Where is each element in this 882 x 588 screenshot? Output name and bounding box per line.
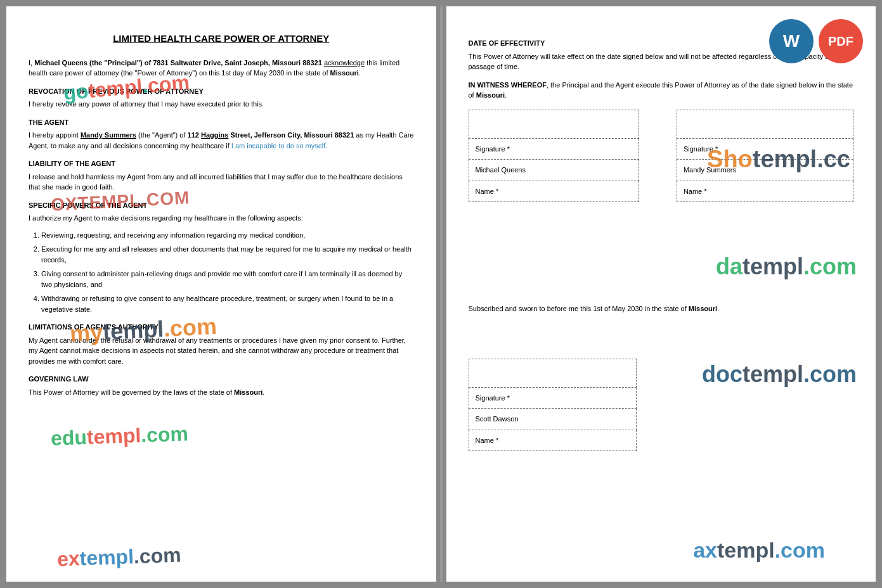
section-liability-text: I release and hold harmless my Agent fro… [29,172,414,193]
name-label-empty-2 [661,430,699,451]
name-label-left-1: Name * [469,181,639,202]
sig-label-left-1: Signature * [469,138,639,160]
page-left: gotempl.com OXTEMPL.COM mytempl.com edut… [6,6,436,582]
sig-spacer2-4 [636,430,661,451]
name-label-right-1: Name * [677,181,853,202]
acknowledge-word: acknowledge [324,59,365,67]
sig-table-2: Signature * Scott Dawson Name * [469,359,700,452]
watermark-axtempl: axtempl.com [693,538,825,563]
name-cell-left-2: Scott Dawson [469,409,636,430]
section-specific-title: SPECIFIC POWERS OF THE AGENT [29,200,414,211]
sig-spacer-4 [639,181,677,202]
section-governing-title: GOVERNING LAW [29,374,414,385]
name-label-row-2: Name * [469,430,699,451]
sig-cell-left-top [469,110,639,138]
sig-label-row-1: Signature * Signature * [469,138,853,160]
specific-powers-list: Reviewing, requesting, and receiving any… [41,230,414,315]
page-right: W PDF Shotempl.cc datempl.com doctempl.c… [446,6,876,582]
sig-cell-left-2 [469,359,636,387]
sig-spacer-2 [639,138,677,160]
page-container: gotempl.com OXTEMPL.COM mytempl.com edut… [0,0,882,588]
section-revocation-title: REVOCATION OF PREVIOUS POWER OF ATTORNEY [29,86,414,97]
page-divider [440,6,443,582]
watermark-extempl: extempl.com [56,544,181,572]
section-revocation-text: I hereby revoke any power of attorney th… [29,99,414,110]
sig-cell-right-top [677,110,853,138]
sig-spacer-1 [639,110,677,138]
governing-state: Missouri [234,388,263,396]
section-limitations-text: My Agent cannot order the refusal or wit… [29,335,414,367]
sig-label-row-2: Signature * [469,387,699,409]
name-row-1: Michael Queens Mandy Summers [469,160,853,181]
sig-spacer2-2 [636,387,661,409]
doc-title: LIMITED HEALTH CARE POWER OF ATTORNEY [29,32,414,46]
right-body: DATE OF EFFECTIVITY This Power of Attorn… [469,38,854,451]
power-item-4: Withdrawing or refusing to give consent … [41,293,414,314]
section-governing-text: This Power of Attorney will be governed … [29,387,414,398]
sig-spacer2-1 [636,359,661,387]
sig-empty-2 [661,387,699,409]
circle-w: W [769,19,814,63]
section-liability-title: LIABILITY OF THE AGENT [29,158,414,169]
state-missouri-intro: Missouri [330,69,359,77]
subscribed-state: Missouri [689,305,717,312]
name-label-row-1: Name * Name * [469,181,853,202]
sig-spacer2-3 [636,409,661,430]
section-witness-text: IN WITNESS WHEREOF, the Principal and th… [469,80,854,101]
subscribed-text: Subscribed and sworn to before me this 1… [469,304,854,314]
principal-name: Michael Queens (the "Principal") of 7831… [34,59,322,67]
power-item-3: Giving consent to administer pain-reliev… [41,269,414,290]
power-item-1: Reviewing, requesting, and receiving any… [41,230,414,241]
section-agent-text: I hereby appoint Mandy Summers (the "Age… [29,130,414,151]
section-specific-intro: I authorize my Agent to make decisions r… [29,213,414,224]
name-empty-2 [661,409,699,430]
name-label-left-2: Name * [469,430,636,451]
agent-name-bold: Mandy Summers [81,131,136,139]
sig-spacer-3 [639,160,677,181]
name-cell-left-1: Michael Queens [469,160,639,181]
doc-body-left: LIMITED HEALTH CARE POWER OF ATTORNEY I,… [29,32,414,397]
sig-line-row-2 [469,359,699,387]
watermark-edutempl: edutempl.com [50,422,188,451]
section-agent-title: THE AGENT [29,117,414,128]
sig-label-left-2: Signature * [469,387,636,409]
sig-label-right-1: Signature * [677,138,853,160]
circles-container: W PDF [769,19,863,63]
sig-cell-right-2 [661,359,699,387]
intro-paragraph: I, Michael Queens (the "Principal") of 7… [29,58,414,79]
section-limitations-title: LIMITATIONS OF AGENT'S AUTHORITY [29,322,414,333]
witness-bold: IN WITNESS WHEREOF [469,81,547,89]
name-row-2: Scott Dawson [469,409,699,430]
sig-line-row-1 [469,110,853,138]
agent-address: 112 Haggins Street, Jefferson City, Miss… [188,131,354,139]
name-cell-right-1: Mandy Summers [677,160,853,181]
sig-table-1: Signature * Signature * Michael Queens M… [469,110,854,203]
witness-state: Missouri [476,91,505,99]
circle-pdf: PDF [819,19,863,63]
power-item-2: Executing for me any and all releases an… [41,244,414,265]
